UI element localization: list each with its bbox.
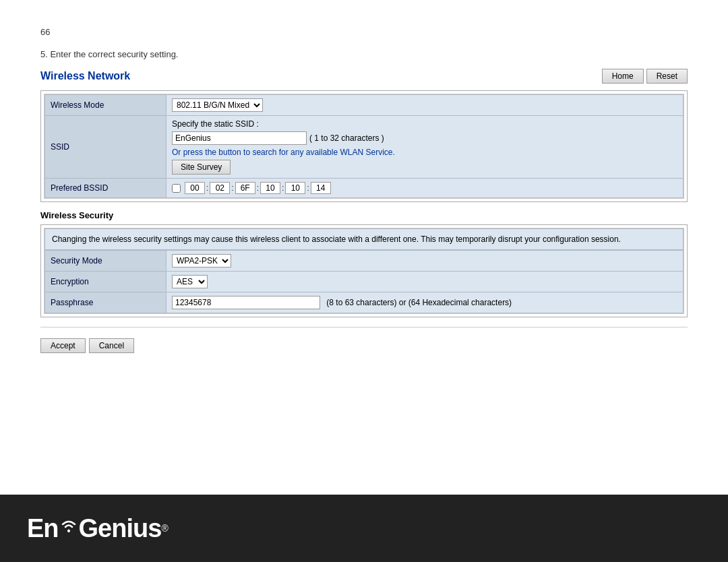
bssid-row: Prefered BSSID : : : : [45,179,684,198]
warning-box: Changing the wireless security settings … [44,228,684,250]
logo-genius: Genius [79,514,162,543]
bssid-value-cell: : : : : : [166,179,684,198]
wireless-mode-row: Wireless Mode 802.11 B/G/N Mixed [45,95,684,116]
encryption-row: Encryption AES TKIP [45,272,684,292]
passphrase-input[interactable] [172,296,320,309]
security-panel: Changing the wireless security settings … [40,224,688,317]
svg-point-0 [67,530,70,532]
ssid-label: SSID [45,116,166,179]
ssid-row: SSID Specify the static SSID : ( 1 to 32… [45,116,684,179]
bssid-octet-5[interactable] [285,182,305,194]
instruction-text: 5. Enter the correct security setting. [40,49,688,59]
bssid-octet-3[interactable] [235,182,255,194]
passphrase-row: Passphrase (8 to 63 characters) or (64 H… [45,292,684,313]
encryption-label: Encryption [45,272,166,292]
bssid-checkbox[interactable] [172,184,181,193]
footer-logo: En Genius ® [27,514,169,543]
wireless-mode-select[interactable]: 802.11 B/G/N Mixed [172,98,263,112]
wireless-security-title: Wireless Security [40,210,688,220]
accept-button[interactable]: Accept [40,338,86,353]
form-table: Wireless Mode 802.11 B/G/N Mixed SSID Sp… [44,94,684,198]
security-mode-value: WPA2-PSK WPA-PSK WEP None [166,251,684,272]
bssid-octet-4[interactable] [260,182,280,194]
security-mode-select[interactable]: WPA2-PSK WPA-PSK WEP None [172,254,231,268]
logo-en: En [27,514,59,543]
bottom-buttons: Accept Cancel [40,338,688,353]
passphrase-hint: (8 to 63 characters) or (64 Hexadecimal … [326,298,512,307]
security-panel-inner: Changing the wireless security settings … [44,228,684,314]
wireless-mode-label: Wireless Mode [45,95,166,116]
wireless-mode-value: 802.11 B/G/N Mixed [166,95,684,116]
bssid-octet-2[interactable] [210,182,230,194]
ssid-or-text: Or press the button to search for any av… [172,148,677,157]
passphrase-label: Passphrase [45,292,166,313]
page-title: Wireless Network [40,70,130,82]
ssid-hint: ( 1 to 32 characters ) [309,133,384,143]
ssid-specify-text: Specify the static SSID : [172,119,677,129]
security-mode-row: Security Mode WPA2-PSK WPA-PSK WEP None [45,251,684,272]
ssid-input[interactable] [172,131,307,145]
security-form-table: Security Mode WPA2-PSK WPA-PSK WEP None … [44,250,684,313]
panel-inner: Wireless Mode 802.11 B/G/N Mixed SSID Sp… [44,94,684,199]
encryption-select[interactable]: AES TKIP [172,275,208,288]
wifi-icon [59,518,78,532]
bssid-octet-6[interactable] [311,182,331,194]
encryption-value: AES TKIP [166,272,684,292]
divider-line [40,327,688,327]
passphrase-value: (8 to 63 characters) or (64 Hexadecimal … [166,292,684,313]
ssid-value-cell: Specify the static SSID : ( 1 to 32 char… [166,116,684,179]
cancel-button[interactable]: Cancel [89,338,134,353]
page-number: 66 [40,27,688,37]
footer: En Genius ® [0,495,728,562]
reset-button[interactable]: Reset [646,69,688,84]
bssid-inputs: : : : : : [172,182,677,194]
bssid-label: Prefered BSSID [45,179,166,198]
main-panel: Wireless Mode 802.11 B/G/N Mixed SSID Sp… [40,90,688,202]
security-mode-label: Security Mode [45,251,166,272]
registered-mark: ® [161,523,168,534]
header-buttons: Home Reset [602,69,688,84]
home-button[interactable]: Home [602,69,644,84]
bssid-octet-1[interactable] [185,182,205,194]
site-survey-button[interactable]: Site Survey [172,160,231,175]
